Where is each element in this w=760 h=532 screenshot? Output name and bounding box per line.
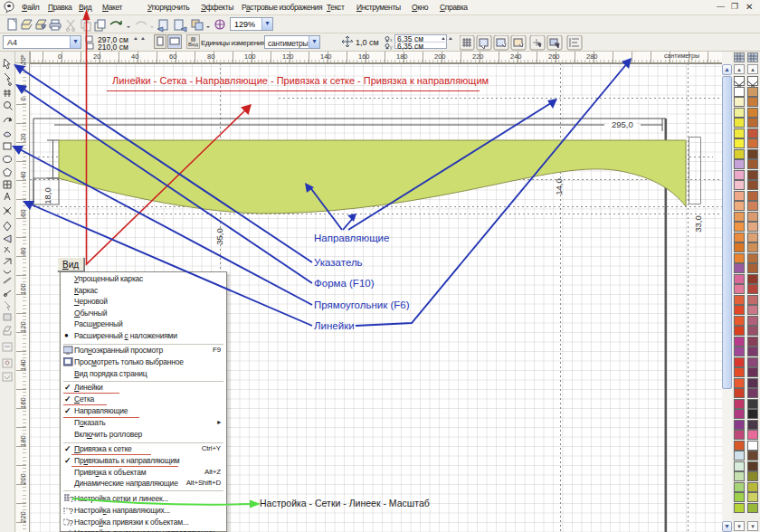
svg-text:x: x <box>390 37 393 43</box>
svg-text:?: ? <box>69 518 73 527</box>
svg-text:?: ? <box>69 507 73 515</box>
svg-text:y: y <box>390 44 393 50</box>
